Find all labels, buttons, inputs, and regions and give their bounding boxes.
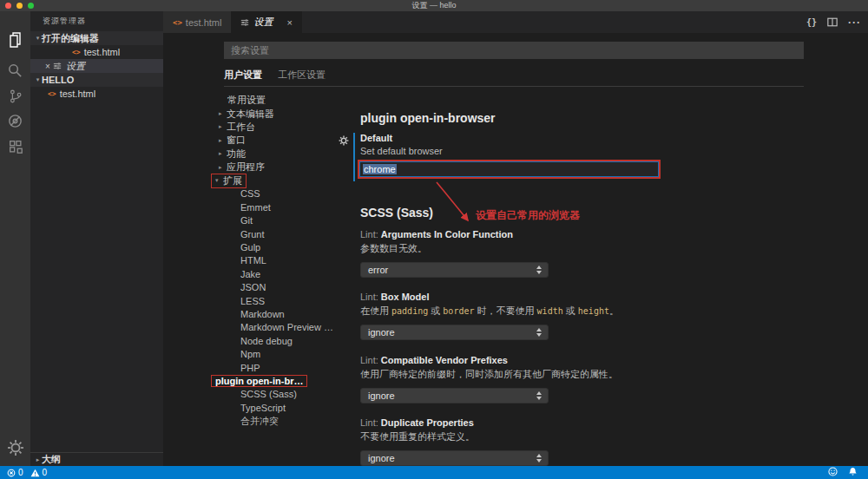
lint-value-select[interactable]: error — [360, 262, 549, 278]
settings-tree-item[interactable]: Node debug — [215, 334, 363, 347]
lint-setting-block: Lint: Compatible Vendor Prefixes使用厂商特定的前… — [360, 355, 725, 404]
settings-tree-item[interactable]: CSS — [215, 187, 363, 200]
settings-tree-item[interactable]: ▸应用程序 — [215, 161, 363, 174]
errors-status[interactable]: 0 — [7, 468, 23, 477]
close-tab-icon[interactable]: × — [286, 17, 292, 28]
vscode-window: 设置 — hello — [0, 0, 868, 479]
settings-tree-item[interactable]: 常用设置 — [215, 94, 363, 107]
lint-setting-description: 参数数目无效。 — [360, 242, 725, 255]
open-editor-item-settings[interactable]: × 设置 — [30, 59, 163, 73]
select-value: ignore — [368, 453, 395, 463]
plugin-section-heading: plugin open-in-browser — [360, 111, 496, 125]
tree-collapsed-icon: ▸ — [219, 150, 227, 157]
outline-section-header[interactable]: ▸ 大纲 — [30, 452, 163, 466]
source-control-icon[interactable] — [0, 84, 30, 108]
file-item-testhtml[interactable]: <> test.html — [30, 87, 163, 101]
settings-tree-item[interactable]: Emmet — [215, 200, 363, 213]
titlebar: 设置 — hello — [0, 0, 868, 11]
tree-item-label: 扩展 — [223, 174, 242, 187]
settings-tree-item[interactable]: SCSS (Sass) — [215, 388, 363, 401]
settings-tree-item[interactable]: Npm — [215, 347, 363, 360]
tree-item-label: Emmet — [240, 202, 271, 213]
window-title: 设置 — hello — [0, 0, 868, 11]
tab-user-settings[interactable]: 用户设置 — [224, 69, 262, 87]
search-icon[interactable] — [0, 58, 30, 82]
settings-tree-item[interactable]: Markdown Preview … — [215, 321, 363, 334]
tree-item-label: Jake — [240, 269, 260, 279]
settings-tree-item[interactable]: HTML — [215, 254, 363, 267]
settings-tree-item[interactable]: Gulp — [215, 240, 363, 253]
selected-text: chrome — [363, 164, 397, 174]
lint-setting-description: 不要使用重复的样式定义。 — [360, 430, 725, 443]
settings-tree-item[interactable]: Markdown — [215, 307, 363, 320]
annotation-arrow — [430, 178, 482, 232]
lint-value-select[interactable]: ignore — [360, 450, 549, 466]
setting-description: Set default browser — [360, 146, 673, 156]
select-updown-icon — [536, 266, 542, 274]
open-editor-item-testhtml[interactable]: <> test.html — [30, 45, 163, 59]
code-token: height — [578, 306, 609, 316]
debug-icon[interactable] — [0, 108, 30, 133]
lint-setting-description: 在使用 padding 或 border 时，不要使用 width 或 heig… — [360, 305, 725, 318]
tab-testhtml[interactable]: <> test.html — [163, 11, 231, 33]
tree-item-label: SCSS (Sass) — [240, 389, 297, 399]
tree-item-label: JSON — [240, 282, 266, 292]
select-updown-icon — [536, 454, 542, 463]
tree-item-label: 功能 — [227, 148, 246, 161]
settings-tree-item[interactable]: plugin open-in-br… — [215, 374, 363, 387]
settings-tree-item[interactable]: ▸文本编辑器 — [215, 107, 363, 120]
tree-item-label: Markdown Preview … — [240, 322, 333, 332]
settings-tree-item[interactable]: TypeScript — [215, 401, 363, 414]
tree-collapsed-icon: ▸ — [219, 110, 227, 117]
tree-item-label: Npm — [240, 349, 260, 359]
tree-item-label: Grunt — [240, 229, 265, 240]
feedback-smiley-icon[interactable] — [828, 467, 838, 478]
select-value: error — [368, 265, 388, 275]
settings-tree-item[interactable]: ▸工作台 — [215, 121, 363, 134]
lint-setting-block: Lint: Box Model在使用 padding 或 border 时，不要… — [360, 292, 725, 340]
lint-value-select[interactable]: ignore — [360, 388, 549, 404]
tree-item-label: Node debug — [240, 336, 293, 346]
tree-item-label: CSS — [240, 188, 260, 199]
settings-tree-item[interactable]: PHP — [215, 361, 363, 374]
settings-scope-tabs: 用户设置 工作区设置 — [224, 69, 326, 87]
settings-sliders-icon — [53, 62, 62, 70]
warnings-status[interactable]: 0 — [30, 468, 48, 477]
edit-setting-gear-icon[interactable] — [339, 134, 349, 149]
chevron-collapsed-icon: ▸ — [34, 456, 42, 463]
code-token: padding — [391, 306, 428, 316]
tab-settings[interactable]: 设置 × — [231, 11, 301, 33]
explorer-files-icon[interactable] — [0, 27, 30, 51]
folder-section-header[interactable]: ▾ HELLO — [30, 73, 163, 87]
activity-bar — [0, 11, 30, 466]
settings-sliders-icon — [240, 18, 249, 27]
annotation-red-box: chrome — [358, 160, 661, 179]
manage-gear-icon[interactable] — [0, 436, 30, 460]
notifications-bell-icon[interactable] — [848, 467, 858, 478]
tree-collapsed-icon: ▸ — [219, 137, 227, 144]
extensions-icon[interactable] — [0, 135, 30, 159]
lint-setting-block: Lint: Arguments In Color Function参数数目无效。… — [360, 229, 725, 278]
tab-workspace-settings[interactable]: 工作区设置 — [278, 69, 326, 87]
select-updown-icon — [536, 391, 542, 400]
more-actions-icon[interactable]: ··· — [848, 16, 861, 29]
lint-value-select[interactable]: ignore — [360, 325, 549, 340]
settings-tree-item[interactable]: 合并冲突 — [215, 414, 363, 427]
code-token: border — [443, 306, 474, 316]
settings-tree-item[interactable]: Jake — [215, 267, 363, 280]
settings-tree-item[interactable]: LESS — [215, 294, 363, 307]
close-icon[interactable]: × — [43, 62, 53, 71]
tree-item-label: TypeScript — [240, 403, 286, 413]
default-browser-input[interactable]: chrome — [359, 161, 659, 177]
select-value: ignore — [368, 390, 395, 401]
lint-setting-description: 使用厂商特定的前缀时，同时添加所有其他厂商特定的属性。 — [360, 368, 725, 381]
open-editors-section-header[interactable]: ▾ 打开的编辑器 — [30, 31, 163, 45]
lint-setting-name: Lint: Arguments In Color Function — [360, 229, 725, 240]
code-token: width — [537, 306, 563, 316]
tree-item-label: Markdown — [240, 309, 285, 319]
settings-tree-item[interactable]: JSON — [215, 280, 363, 293]
settings-tree-item[interactable]: Grunt — [215, 227, 363, 240]
settings-tree-item[interactable]: ▾扩展 — [215, 174, 363, 187]
tree-item-label: 窗口 — [227, 134, 246, 147]
settings-tree-item[interactable]: Git — [215, 214, 363, 227]
